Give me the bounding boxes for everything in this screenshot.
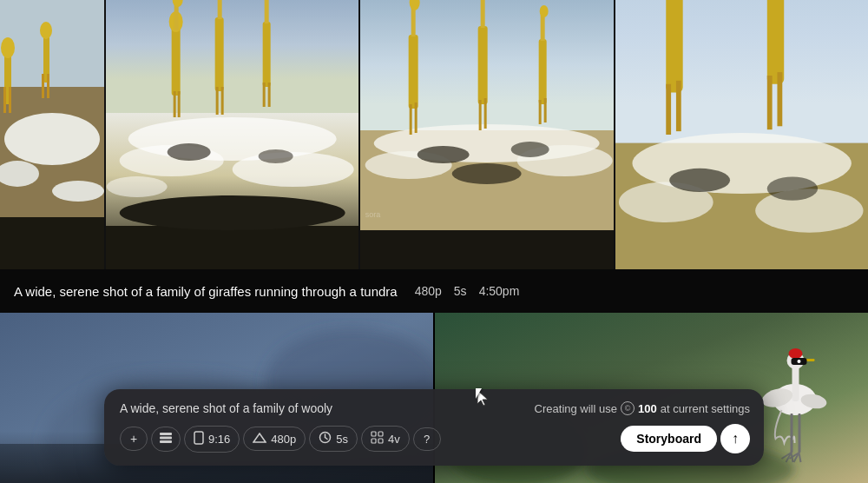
toolbar-bottom[interactable]: + 9:16 bbox=[120, 424, 750, 453]
svg-point-17 bbox=[120, 145, 224, 176]
svg-point-69 bbox=[755, 189, 863, 232]
svg-rect-37 bbox=[268, 83, 271, 107]
svg-rect-14 bbox=[106, 0, 358, 113]
svg-rect-58 bbox=[539, 39, 547, 104]
help-button[interactable]: ? bbox=[413, 427, 441, 451]
caption-time: 4:50pm bbox=[479, 284, 520, 298]
caption-meta: 480p 5s 4:50pm bbox=[415, 284, 520, 298]
layers-icon bbox=[159, 432, 173, 447]
svg-rect-29 bbox=[218, 0, 222, 19]
quality-label: 4v bbox=[388, 433, 400, 446]
add-button[interactable]: + bbox=[120, 427, 148, 451]
submit-button[interactable]: ↑ bbox=[720, 424, 750, 453]
svg-point-10 bbox=[40, 22, 52, 39]
submit-arrow-icon: ↑ bbox=[732, 431, 739, 447]
svg-rect-81 bbox=[777, 72, 782, 126]
svg-point-16 bbox=[128, 117, 337, 161]
svg-rect-31 bbox=[216, 87, 219, 115]
svg-rect-5 bbox=[4, 52, 11, 104]
svg-point-25 bbox=[173, 0, 183, 7]
svg-rect-13 bbox=[0, 217, 104, 269]
svg-rect-49 bbox=[411, 7, 416, 36]
duration-label: 5s bbox=[336, 433, 348, 446]
svg-rect-66 bbox=[615, 143, 868, 269]
video-cell-3: sora bbox=[360, 0, 613, 269]
svg-rect-98 bbox=[799, 414, 801, 453]
credits-suffix: at current settings bbox=[661, 402, 750, 415]
svg-point-3 bbox=[0, 161, 39, 187]
svg-point-18 bbox=[233, 152, 354, 187]
svg-point-45 bbox=[418, 146, 470, 163]
resolution-label: 480p bbox=[271, 433, 296, 446]
svg-point-4 bbox=[52, 181, 104, 202]
credits-amount: 100 bbox=[638, 402, 657, 415]
svg-rect-24 bbox=[174, 4, 179, 30]
svg-rect-102 bbox=[160, 436, 172, 439]
svg-rect-65 bbox=[615, 0, 868, 143]
toolbar-top: A wide, serene shot of a family of wooly… bbox=[120, 401, 750, 415]
svg-point-47 bbox=[452, 163, 522, 184]
svg-rect-22 bbox=[172, 26, 181, 96]
video-cell-4 bbox=[615, 0, 868, 269]
svg-point-68 bbox=[619, 182, 713, 222]
credits-label: Creating will use bbox=[535, 402, 617, 415]
storyboard-button[interactable]: Storyboard bbox=[621, 426, 717, 452]
svg-point-43 bbox=[365, 151, 452, 179]
resolution-button[interactable]: 480p bbox=[243, 427, 306, 451]
svg-rect-77 bbox=[766, 0, 783, 84]
svg-point-21 bbox=[259, 149, 293, 163]
svg-rect-61 bbox=[539, 100, 542, 124]
svg-rect-9 bbox=[43, 35, 49, 83]
svg-rect-28 bbox=[215, 17, 224, 91]
svg-rect-33 bbox=[263, 22, 271, 87]
svg-point-19 bbox=[107, 176, 168, 197]
svg-rect-26 bbox=[174, 91, 176, 117]
svg-rect-112 bbox=[378, 439, 383, 443]
svg-rect-72 bbox=[666, 0, 682, 92]
svg-rect-97 bbox=[791, 414, 793, 453]
svg-rect-80 bbox=[766, 76, 772, 129]
svg-rect-12 bbox=[47, 74, 49, 98]
svg-rect-48 bbox=[409, 35, 418, 109]
caption-text: A wide, serene shot of a family of giraf… bbox=[14, 284, 398, 299]
svg-point-60 bbox=[540, 5, 549, 17]
svg-rect-11 bbox=[42, 74, 44, 98]
credits-info: Creating will use © 100 at current setti… bbox=[535, 401, 750, 415]
svg-rect-27 bbox=[178, 91, 181, 117]
duration-button[interactable]: 5s bbox=[309, 426, 358, 452]
quality-button[interactable]: 4v bbox=[361, 426, 410, 452]
svg-point-70 bbox=[669, 169, 730, 192]
prompt-text: A wide, serene shot of a family of wooly bbox=[120, 401, 529, 415]
caption-resolution: 480p bbox=[415, 284, 442, 298]
aspect-ratio-label: 9:16 bbox=[208, 433, 230, 446]
caption-duration: 5s bbox=[454, 284, 467, 298]
svg-rect-52 bbox=[415, 103, 418, 133]
svg-rect-63 bbox=[360, 230, 613, 269]
svg-rect-89 bbox=[792, 365, 799, 401]
svg-point-50 bbox=[410, 0, 420, 10]
svg-point-39 bbox=[120, 195, 345, 230]
svg-rect-59 bbox=[541, 15, 545, 41]
svg-point-2 bbox=[4, 113, 100, 165]
svg-point-20 bbox=[168, 143, 211, 161]
aspect-ratio-button[interactable]: 9:16 bbox=[184, 426, 240, 453]
svg-text:sora: sora bbox=[365, 210, 381, 219]
svg-rect-32 bbox=[221, 87, 224, 115]
svg-point-23 bbox=[169, 11, 183, 32]
svg-rect-0 bbox=[0, 0, 104, 269]
svg-point-91 bbox=[789, 348, 803, 359]
svg-rect-1 bbox=[0, 87, 104, 269]
svg-rect-7 bbox=[3, 87, 6, 113]
svg-rect-53 bbox=[478, 26, 488, 104]
svg-rect-109 bbox=[372, 432, 376, 436]
caption-bar: A wide, serene shot of a family of giraf… bbox=[0, 269, 868, 313]
svg-rect-8 bbox=[9, 87, 11, 113]
layers-button[interactable] bbox=[151, 427, 181, 452]
svg-rect-103 bbox=[160, 440, 172, 443]
svg-rect-34 bbox=[265, 0, 269, 23]
resolution-icon bbox=[253, 432, 266, 446]
svg-line-108 bbox=[326, 438, 328, 440]
clock-icon bbox=[319, 431, 332, 447]
svg-rect-110 bbox=[378, 432, 383, 436]
svg-rect-62 bbox=[544, 98, 547, 122]
